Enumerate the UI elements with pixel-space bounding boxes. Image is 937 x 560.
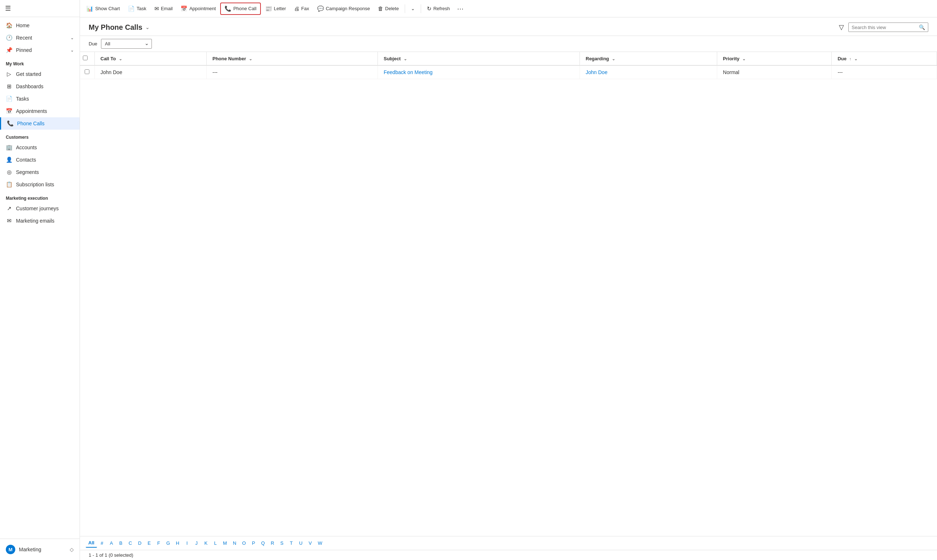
filter-icon[interactable]: ▽ <box>837 22 845 33</box>
alpha-item-w[interactable]: W <box>315 539 325 547</box>
page-title: My Phone Calls <box>89 23 142 32</box>
recent-icon: 🕐 <box>6 34 12 41</box>
refresh-button[interactable]: ↻ Refresh <box>423 3 454 14</box>
chevron-down-icon: ⌄ <box>71 35 74 40</box>
my-work-section-header: My Work <box>0 56 80 68</box>
alphabet-pagination-bar: All#ABCDEFGHIJKLMNOPQRSTUVW <box>80 536 937 550</box>
filter-row: Due All Today This Week This Month <box>80 36 937 52</box>
sidebar-item-pinned[interactable]: 📌 Pinned ⌄ <box>0 44 80 56</box>
contacts-icon: 👤 <box>6 157 12 163</box>
subject-label: Subject <box>384 56 401 62</box>
sidebar-item-tasks-label: Tasks <box>16 96 29 102</box>
sidebar-item-accounts[interactable]: 🏢 Accounts <box>0 141 80 154</box>
alpha-item-s[interactable]: S <box>277 539 286 547</box>
alpha-item-t[interactable]: T <box>287 539 296 547</box>
email-button[interactable]: ✉ Email <box>151 3 177 14</box>
sidebar-item-dashboards[interactable]: ⊞ Dashboards <box>0 80 80 92</box>
appointment-button[interactable]: 📅 Appointment <box>177 3 219 14</box>
show-chart-button[interactable]: 📊 Show Chart <box>83 3 123 14</box>
column-regarding[interactable]: Regarding ⌄ <box>580 52 717 65</box>
phone-calls-table: Call To ⌄ Phone Number ⌄ Subject ⌄ Regar… <box>80 52 937 79</box>
alpha-item-e[interactable]: E <box>145 539 154 547</box>
sidebar-item-customer-journeys-label: Customer journeys <box>16 206 59 211</box>
due-filter-wrapper: All Today This Week This Month <box>101 39 152 49</box>
letter-button[interactable]: 📰 Letter <box>262 3 290 14</box>
marketing-bottom-label: Marketing <box>19 546 41 552</box>
sort-icon: ⌄ <box>612 57 615 61</box>
column-subject[interactable]: Subject ⌄ <box>378 52 580 65</box>
sidebar-item-recent[interactable]: 🕐 Recent ⌄ <box>0 32 80 44</box>
alpha-item-b[interactable]: B <box>117 539 125 547</box>
column-call-to[interactable]: Call To ⌄ <box>94 52 207 65</box>
alpha-item-#[interactable]: # <box>98 539 106 547</box>
alpha-item-m[interactable]: M <box>220 539 230 547</box>
task-button[interactable]: 📄 Task <box>124 3 150 14</box>
row-subject[interactable]: Feedback on Meeting <box>378 65 580 79</box>
phone-call-icon: 📞 <box>225 5 231 12</box>
alpha-item-d[interactable]: D <box>136 539 144 547</box>
marketing-bottom-item[interactable]: M Marketing ◇ <box>0 542 80 557</box>
alpha-item-o[interactable]: O <box>240 539 248 547</box>
alpha-item-u[interactable]: U <box>296 539 305 547</box>
sidebar-item-tasks[interactable]: 📄 Tasks <box>0 92 80 105</box>
email-label: Email <box>161 6 173 11</box>
sidebar-item-home[interactable]: 🏠 Home <box>0 19 80 32</box>
column-phone-number[interactable]: Phone Number ⌄ <box>207 52 378 65</box>
alpha-item-f[interactable]: F <box>154 539 163 547</box>
campaign-response-button[interactable]: 💬 Campaign Response <box>314 3 373 14</box>
fax-button[interactable]: 🖨 Fax <box>290 3 313 14</box>
alpha-item-all[interactable]: All <box>86 538 97 548</box>
fax-icon: 🖨 <box>294 5 299 12</box>
hamburger-menu-icon[interactable]: ☰ <box>5 5 11 12</box>
select-all-checkbox[interactable] <box>83 55 88 60</box>
alpha-item-n[interactable]: N <box>230 539 239 547</box>
title-chevron-icon[interactable]: ⌄ <box>145 24 150 30</box>
sidebar-item-customer-journeys[interactable]: ↗ Customer journeys <box>0 202 80 215</box>
alpha-item-r[interactable]: R <box>268 539 277 547</box>
phone-calls-icon: 📞 <box>7 120 14 127</box>
sidebar-bottom: M Marketing ◇ <box>0 538 80 560</box>
delete-icon: 🗑 <box>378 5 383 12</box>
customer-journeys-icon: ↗ <box>6 205 12 212</box>
sort-icon: ⌄ <box>249 57 252 61</box>
sidebar-item-subscription-lists[interactable]: 📋 Subscription lists <box>0 178 80 191</box>
alpha-item-v[interactable]: V <box>306 539 314 547</box>
alpha-item-j[interactable]: J <box>192 539 201 547</box>
alpha-item-h[interactable]: H <box>173 539 182 547</box>
row-checkbox[interactable] <box>85 69 89 74</box>
sidebar-item-marketing-emails[interactable]: ✉ Marketing emails <box>0 215 80 227</box>
alpha-item-c[interactable]: C <box>126 539 135 547</box>
alpha-item-l[interactable]: L <box>211 539 220 547</box>
show-chart-label: Show Chart <box>95 6 120 11</box>
sort-asc-icon: ↑ <box>849 57 852 61</box>
refresh-icon: ↻ <box>427 5 432 12</box>
sidebar-item-get-started[interactable]: ▷ Get started <box>0 68 80 80</box>
sort-icon: ⌄ <box>404 57 407 61</box>
alpha-item-i[interactable]: I <box>183 539 191 547</box>
alpha-item-g[interactable]: G <box>164 539 173 547</box>
delete-button[interactable]: 🗑 Delete <box>374 3 402 14</box>
phone-call-button[interactable]: 📞 Phone Call <box>220 3 261 15</box>
sidebar-item-phone-calls[interactable]: 📞 Phone Calls <box>0 117 80 130</box>
alpha-item-a[interactable]: A <box>107 539 116 547</box>
regarding-label: Regarding <box>586 56 609 62</box>
sidebar-item-appointments[interactable]: 📅 Appointments <box>0 105 80 117</box>
search-input[interactable] <box>852 25 919 30</box>
task-label: Task <box>137 6 146 11</box>
sidebar-item-contacts[interactable]: 👤 Contacts <box>0 154 80 166</box>
alpha-item-q[interactable]: Q <box>259 539 267 547</box>
due-filter-select[interactable]: All Today This Week This Month <box>101 39 152 49</box>
sidebar-item-get-started-label: Get started <box>16 71 41 77</box>
sidebar-item-pinned-label: Pinned <box>16 47 32 53</box>
sort-icon: ⌄ <box>119 57 122 61</box>
column-priority[interactable]: Priority ⌄ <box>717 52 832 65</box>
alpha-item-p[interactable]: P <box>249 539 258 547</box>
more-dropdown-button[interactable]: ⌄ <box>407 4 419 14</box>
alpha-item-k[interactable]: K <box>202 539 210 547</box>
more-options-icon[interactable]: ⋯ <box>454 3 467 14</box>
row-regarding[interactable]: John Doe <box>580 65 717 79</box>
column-due[interactable]: Due ↑ ⌄ <box>832 52 937 65</box>
search-icon: 🔍 <box>919 24 925 30</box>
sidebar-item-segments[interactable]: ◎ Segments <box>0 166 80 178</box>
page-title-area: My Phone Calls ⌄ <box>89 23 150 32</box>
